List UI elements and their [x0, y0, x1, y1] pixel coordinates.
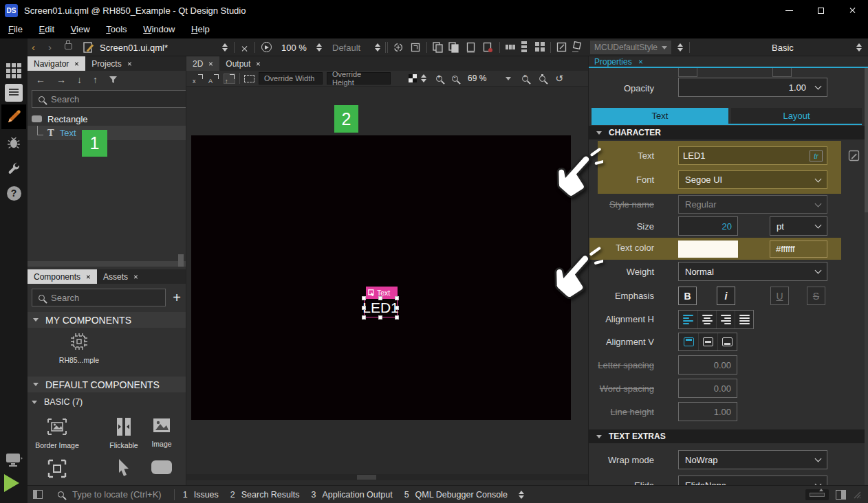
help-mode-icon[interactable]: ? [5, 184, 23, 202]
resize-grip-icon[interactable] [853, 491, 861, 499]
text-edit-button[interactable] [845, 147, 862, 164]
lock-icon[interactable] [65, 43, 72, 49]
selection-handle[interactable] [362, 306, 366, 310]
edit-document-icon[interactable] [83, 41, 95, 54]
grid-view-icon[interactable] [534, 41, 545, 52]
zoom-selection-icon[interactable] [539, 76, 545, 82]
tab-assets[interactable]: Assets [97, 269, 144, 284]
maximize-button[interactable] [805, 0, 836, 21]
align-justify-button[interactable] [735, 311, 753, 328]
menu-tools[interactable]: Tools [99, 21, 133, 38]
align-top-button[interactable] [679, 333, 698, 350]
align-middle-button[interactable] [698, 333, 717, 350]
build-progress-indicator[interactable] [805, 489, 829, 500]
current-document-selector[interactable]: Screen01.ui.qml* [100, 43, 168, 53]
panel-splitter[interactable] [28, 261, 186, 267]
reset-view-icon[interactable]: ↺ [555, 74, 563, 82]
tab-projects[interactable]: Projects [85, 56, 138, 71]
font-dropdown[interactable]: Segoe UI [678, 170, 827, 189]
section-basic[interactable]: BASIC (7) [32, 397, 83, 407]
component-border-image[interactable]: Border Image [35, 416, 79, 449]
selection-handle[interactable] [362, 315, 366, 320]
align-center-button[interactable] [697, 311, 716, 328]
close-button[interactable] [836, 0, 868, 21]
align-right-button[interactable] [716, 311, 735, 328]
component-image[interactable]: Image [140, 416, 184, 448]
forward-button[interactable]: › [48, 42, 52, 52]
tab-navigator-close-icon[interactable] [74, 61, 78, 65]
word-spacing-input[interactable]: 0.00 [678, 379, 737, 398]
zoom-dropdown-icon[interactable] [506, 77, 511, 80]
toggle-right-sidebar-icon[interactable] [836, 490, 846, 500]
menu-view[interactable]: View [64, 21, 97, 38]
menu-window[interactable]: Window [136, 21, 182, 38]
kit-spinner[interactable] [375, 43, 380, 52]
style-spinner[interactable] [677, 43, 683, 52]
zoom-out-icon[interactable]: - [452, 76, 458, 82]
menu-edit[interactable]: Edit [32, 21, 61, 38]
document-spinner[interactable] [222, 43, 228, 52]
always-show-icon[interactable]: ↑ [224, 74, 235, 84]
canvas-zoom-level[interactable]: 69 % [468, 74, 486, 83]
elide-dropdown[interactable]: ElideNone [678, 476, 827, 485]
annotate-icon[interactable] [556, 41, 567, 53]
selection-handle[interactable] [395, 296, 399, 300]
create-component-icon[interactable] [432, 41, 444, 53]
output-pane-application-output[interactable]: 3 Application Output [312, 490, 393, 500]
strikeout-button[interactable]: S [807, 287, 825, 305]
canvas-hscrollbar-thumb[interactable] [357, 475, 376, 480]
text-color-swatch[interactable] [678, 241, 738, 258]
selection-handle[interactable] [395, 306, 399, 310]
section-default-components[interactable]: DEFAULT COMPONENTS [28, 377, 186, 392]
navigator-search[interactable]: Search [32, 90, 188, 108]
workspace-selector[interactable]: Basic [772, 43, 794, 53]
component-item-frame[interactable] [35, 458, 79, 484]
selection-handle[interactable] [395, 315, 399, 320]
style-selector-dropdown[interactable]: MCUDefaultStyle [590, 41, 671, 54]
canvas-surface[interactable]: Text LED1 [186, 87, 589, 474]
output-pane-qml-debugger[interactable]: 5 QML Debugger Console [404, 490, 508, 500]
zoom-fit-icon[interactable]: × [522, 76, 528, 82]
move-up-icon[interactable]: ↑ [93, 74, 98, 85]
translate-button[interactable]: tr [810, 150, 823, 161]
filter-icon[interactable] [109, 76, 118, 84]
style-name-dropdown[interactable]: Regular [678, 195, 827, 214]
component-rectangle[interactable] [140, 460, 184, 474]
tab-text-properties[interactable]: Text [592, 108, 728, 124]
section-text-extras[interactable]: TEXT EXTRAS [589, 429, 868, 443]
output-pane-spinner[interactable] [519, 491, 524, 499]
tab-2d-close-icon[interactable] [208, 61, 213, 65]
selection-handle[interactable] [378, 296, 382, 300]
tab-components[interactable]: Components [28, 269, 97, 284]
show-bounds-icon[interactable]: x [192, 74, 204, 84]
text-value-input[interactable]: LED1 tr [678, 146, 827, 165]
kit-selector-monitor-icon[interactable] [5, 451, 23, 469]
italic-button[interactable]: i [717, 287, 735, 305]
kit-selector[interactable]: Default [332, 43, 360, 53]
components-search[interactable]: Search [32, 289, 166, 306]
show-item-text-icon[interactable]: A [208, 74, 219, 84]
override-width-input[interactable]: Override Width [259, 72, 323, 85]
background-checker-icon[interactable] [409, 74, 417, 82]
tab-properties[interactable]: Properties [589, 56, 649, 67]
zoom-in-icon[interactable]: + [436, 76, 442, 82]
workspace-spinner[interactable] [856, 43, 862, 52]
text-color-hex-input[interactable]: #ffffff [770, 241, 827, 258]
edit-component-icon[interactable] [465, 41, 477, 53]
tree-item-rectangle[interactable]: Rectangle [28, 112, 186, 126]
create-component-filled-icon[interactable] [448, 41, 459, 53]
add-module-button[interactable]: + [170, 290, 184, 305]
output-pane-issues[interactable]: 1 Issues [183, 490, 219, 500]
artboard[interactable] [191, 135, 571, 420]
close-document-icon[interactable] [241, 45, 248, 52]
snap-marquee-icon[interactable] [244, 75, 254, 82]
weight-dropdown[interactable]: Normal [678, 262, 827, 281]
debug-mode-icon[interactable] [5, 134, 23, 152]
sync-settings-icon[interactable] [393, 42, 404, 53]
move-left-icon[interactable]: ← [36, 74, 45, 85]
tab-components-close-icon[interactable] [86, 274, 90, 278]
run-button[interactable] [4, 474, 19, 492]
output-pane-search-results[interactable]: 2 Search Results [230, 490, 300, 500]
welcome-mode-icon[interactable] [5, 62, 23, 80]
opacity-input[interactable]: 1.00 [678, 78, 827, 97]
